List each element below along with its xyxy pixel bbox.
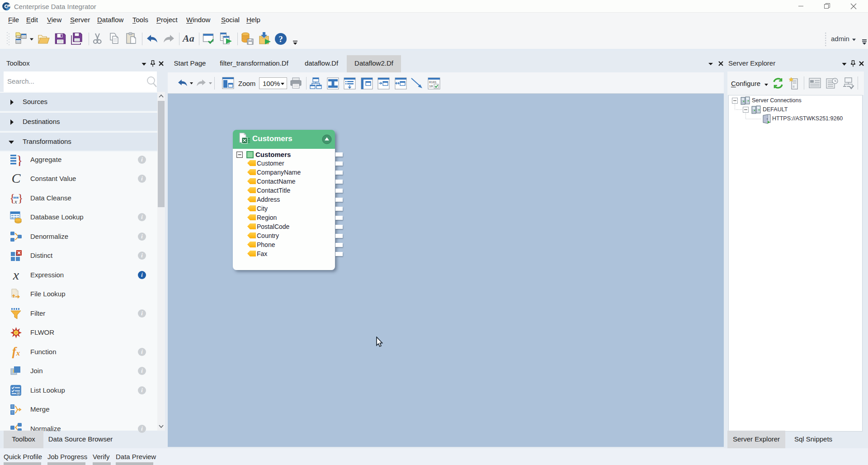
svg-text:0101: 0101 (429, 81, 437, 84)
svg-text:10: 10 (429, 85, 433, 88)
svg-text:?: ? (278, 34, 283, 44)
svg-text:x: x (14, 198, 17, 204)
svg-text:}: } (16, 154, 22, 166)
